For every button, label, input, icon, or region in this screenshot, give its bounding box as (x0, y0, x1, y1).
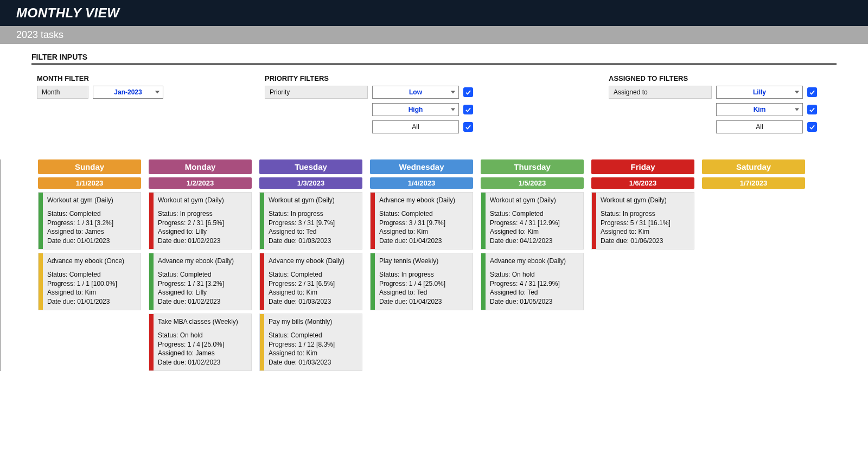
task-due: Date due: 01/04/2023 (379, 237, 455, 246)
task-assigned: Assigned to: Ted (490, 288, 566, 297)
task-card[interactable]: Workout at gym (Daily)Status: In progres… (259, 192, 362, 250)
task-title: Advance my ebook (Daily) (158, 257, 234, 266)
task-status: Status: Completed (47, 270, 124, 279)
task-progress: Progress: 1 / 4 [25.0%] (379, 279, 445, 289)
task-assigned: Assigned to: Kim (490, 227, 560, 237)
task-card[interactable]: Workout at gym (Daily)Status: CompletedP… (38, 192, 141, 250)
task-progress: Progress: 1 / 1 [100.0%] (47, 279, 124, 289)
day-name: Monday (149, 159, 252, 174)
task-progress: Progress: 2 / 31 [6.5%] (158, 219, 224, 228)
task-assigned: Assigned to: Kim (47, 288, 124, 297)
task-status-bar (481, 253, 486, 310)
chevron-down-icon (451, 108, 455, 111)
task-body: Advance my ebook (Daily)Status: Complete… (154, 253, 238, 310)
task-due: Date due: 01/01/2023 (47, 297, 124, 306)
task-card[interactable]: Workout at gym (Daily)Status: In progres… (149, 192, 252, 250)
task-status-bar (371, 193, 375, 249)
priority-dropdown-1[interactable]: High (372, 103, 459, 116)
priority-checkbox-2[interactable] (463, 122, 473, 132)
task-status: Status: In progress (379, 270, 445, 279)
assigned-checkbox-0[interactable] (807, 87, 817, 97)
month-dropdown-value: Jan-2023 (114, 88, 142, 96)
task-status-bar (149, 314, 154, 370)
task-title: Workout at gym (Daily) (47, 196, 113, 205)
assigned-checkbox-1[interactable] (807, 105, 817, 114)
task-body: Workout at gym (Daily)Status: In progres… (154, 193, 228, 249)
task-card[interactable]: Advance my ebook (Daily)Status: Complete… (149, 253, 252, 310)
task-status: Status: On hold (158, 331, 238, 340)
task-title: Take MBA classes (Weekly) (158, 317, 238, 327)
task-card[interactable]: Advance my ebook (Daily)Status: Complete… (370, 192, 473, 250)
day-name: Tuesday (259, 159, 362, 174)
task-due: Date due: 01/03/2023 (269, 237, 335, 246)
task-body: Workout at gym (Daily)Status: CompletedP… (486, 193, 564, 249)
filter-inputs-heading: FILTER INPUTS (31, 53, 868, 61)
task-status: Status: Completed (490, 209, 560, 219)
day-column-3: Wednesday1/4/2023Advance my ebook (Daily… (370, 159, 473, 310)
priority-filter-heading: PRIORITY FILTERS (265, 74, 493, 82)
task-body: Take MBA classes (Weekly)Status: On hold… (154, 314, 242, 370)
day-date: 1/5/2023 (481, 177, 584, 189)
task-assigned: Assigned to: Lilly (158, 227, 224, 237)
task-card[interactable]: Advance my ebook (Daily)Status: Complete… (259, 253, 362, 310)
task-due: Date due: 01/01/2023 (47, 237, 113, 246)
priority-dropdown-value-1: High (409, 106, 423, 113)
vertical-divider (0, 159, 1, 371)
day-name: Thursday (481, 159, 584, 174)
task-assigned: Assigned to: Ted (269, 227, 335, 237)
task-body: Workout at gym (Daily)Status: CompletedP… (43, 193, 118, 249)
task-body: Pay my bills (Monthly)Status: CompletedP… (264, 314, 339, 370)
task-card[interactable]: Take MBA classes (Weekly)Status: On hold… (149, 314, 252, 371)
priority-label: Priority (265, 86, 368, 99)
task-progress: Progress: 1 / 31 [3.2%] (47, 219, 113, 228)
assigned-dropdown-value-2: All (756, 123, 763, 131)
task-title: Advance my ebook (Once) (47, 257, 124, 266)
day-column-5: Friday1/6/2023Workout at gym (Daily)Stat… (591, 159, 694, 250)
month-dropdown[interactable]: Jan-2023 (93, 86, 163, 99)
assigned-checkbox-2[interactable] (807, 122, 817, 132)
day-date: 1/6/2023 (591, 177, 694, 189)
assigned-dropdown-2[interactable]: All (716, 120, 803, 133)
task-card[interactable]: Pay my bills (Monthly)Status: CompletedP… (259, 314, 362, 371)
task-body: Advance my ebook (Daily)Status: Complete… (375, 193, 459, 249)
priority-checkbox-0[interactable] (463, 87, 473, 97)
task-due: Date due: 01/06/2023 (601, 237, 671, 246)
task-due: Date due: 01/02/2023 (158, 237, 224, 246)
priority-checkbox-1[interactable] (463, 105, 473, 114)
task-card[interactable]: Play tennis (Weekly)Status: In progressP… (370, 253, 473, 310)
page-subtitle: 2023 tasks (0, 26, 868, 44)
task-body: Advance my ebook (Daily)Status: On holdP… (486, 253, 570, 310)
task-progress: Progress: 1 / 4 [25.0%] (158, 340, 238, 349)
priority-dropdown-0[interactable]: Low (372, 86, 459, 99)
priority-dropdown-2[interactable]: All (372, 120, 459, 133)
priority-filter: PRIORITY FILTERS PriorityLowHighAll (265, 74, 493, 138)
task-card[interactable]: Workout at gym (Daily)Status: In progres… (591, 192, 694, 250)
day-column-4: Thursday1/5/2023Workout at gym (Daily)St… (481, 159, 584, 310)
priority-dropdown-value-0: Low (409, 88, 422, 96)
task-status-bar (260, 193, 264, 249)
task-title: Advance my ebook (Daily) (269, 257, 344, 266)
task-status: Status: Completed (47, 209, 113, 219)
task-card[interactable]: Advance my ebook (Once)Status: Completed… (38, 253, 141, 310)
task-status-bar (592, 193, 596, 249)
assigned-dropdown-value-1: Kim (754, 106, 766, 113)
task-progress: Progress: 5 / 31 [16.1%] (601, 219, 671, 228)
month-filter-heading: MONTH FILTER (37, 74, 232, 82)
task-body: Advance my ebook (Once)Status: Completed… (43, 253, 129, 310)
month-filter: MONTH FILTER Month Jan-2023 (37, 74, 232, 138)
task-card[interactable]: Advance my ebook (Daily)Status: On holdP… (481, 253, 584, 310)
task-card[interactable]: Workout at gym (Daily)Status: CompletedP… (481, 192, 584, 250)
task-title: Play tennis (Weekly) (379, 257, 445, 266)
assigned-dropdown-1[interactable]: Kim (716, 103, 803, 116)
task-title: Pay my bills (Monthly) (269, 317, 335, 327)
day-column-2: Tuesday1/3/2023Workout at gym (Daily)Sta… (259, 159, 362, 371)
day-name: Friday (591, 159, 694, 174)
priority-dropdown-value-2: All (412, 123, 419, 131)
task-progress: Progress: 1 / 12 [8.3%] (269, 340, 335, 349)
task-status-bar (481, 193, 486, 249)
divider (31, 63, 837, 65)
task-status: Status: On hold (490, 270, 566, 279)
filters-area: MONTH FILTER Month Jan-2023 PRIORITY FIL… (37, 74, 837, 138)
task-status-bar (149, 193, 154, 249)
assigned-dropdown-0[interactable]: Lilly (716, 86, 803, 99)
